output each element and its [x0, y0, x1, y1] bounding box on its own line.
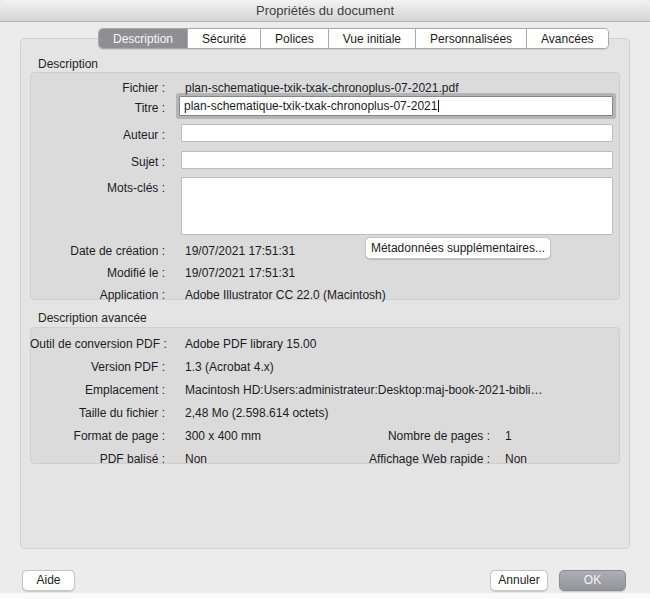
- keywords-textarea[interactable]: [181, 177, 613, 235]
- application-label: Application :: [30, 287, 175, 303]
- window-bottom-edge: [0, 593, 650, 599]
- advanced-section-label: Description avancée: [38, 311, 147, 325]
- tab-securite[interactable]: Sécurité: [188, 29, 261, 48]
- modified-date-value: 19/07/2021 17:51:31: [185, 265, 295, 281]
- tab-avancees[interactable]: Avancées: [527, 29, 607, 48]
- page-size-value: 300 x 400 mm: [185, 428, 261, 444]
- tab-description[interactable]: Description: [99, 29, 188, 48]
- file-value: plan-schematique-txik-txak-chronoplus-07…: [185, 80, 458, 96]
- title-bar: Propriétés du document: [0, 0, 650, 22]
- ok-button[interactable]: OK: [559, 570, 626, 591]
- subject-field-label: Sujet :: [30, 154, 175, 170]
- page-count-label: Nombre de pages :: [330, 428, 490, 444]
- author-input[interactable]: [181, 124, 613, 142]
- fast-web-view-value: Non: [505, 451, 527, 467]
- tab-personnalisees[interactable]: Personnalisées: [416, 29, 527, 48]
- fast-web-view-label: Affichage Web rapide :: [330, 451, 490, 467]
- description-section-label: Description: [38, 57, 98, 71]
- help-button[interactable]: Aide: [22, 570, 75, 591]
- application-value: Adobe Illustrator CC 22.0 (Macintosh): [185, 287, 386, 303]
- modified-date-label: Modifié le :: [30, 265, 175, 281]
- title-field-label: Titre :: [30, 100, 175, 116]
- title-input[interactable]: plan-schematique-txik-txak-chronoplus-07…: [179, 96, 613, 116]
- author-field-label: Auteur :: [30, 127, 175, 143]
- text-caret: [438, 100, 439, 112]
- subject-input[interactable]: [181, 151, 613, 169]
- tab-polices[interactable]: Polices: [261, 29, 329, 48]
- tab-vue-initiale[interactable]: Vue initiale: [329, 29, 416, 48]
- creation-date-value: 19/07/2021 17:51:31: [185, 243, 295, 259]
- pdf-version-value: 1.3 (Acrobat 4.x): [185, 359, 274, 375]
- pdf-producer-value: Adobe PDF library 15.00: [185, 336, 316, 352]
- keywords-field-label: Mots-clés :: [30, 180, 175, 196]
- tagged-pdf-value: Non: [185, 451, 207, 467]
- cancel-button[interactable]: Annuler: [490, 570, 548, 591]
- file-label: Fichier :: [30, 80, 175, 96]
- tagged-pdf-label: PDF balisé :: [30, 451, 175, 467]
- creation-date-label: Date de création :: [30, 243, 175, 259]
- pdf-version-label: Version PDF :: [30, 359, 175, 375]
- location-label: Emplacement :: [30, 382, 175, 398]
- pdf-producer-label: Outil de conversion PDF :: [30, 336, 175, 352]
- tab-bar: Description Sécurité Polices Vue initial…: [98, 28, 609, 49]
- document-properties-dialog: Propriétés du document Description Sécur…: [0, 0, 650, 599]
- page-size-label: Format de page :: [30, 428, 175, 444]
- file-size-value: 2,48 Mo (2.598.614 octets): [185, 405, 328, 421]
- dialog-title: Propriétés du document: [256, 3, 394, 18]
- page-count-value: 1: [505, 428, 512, 444]
- title-input-text: plan-schematique-txik-txak-chronoplus-07…: [184, 99, 437, 113]
- additional-metadata-button[interactable]: Métadonnées supplémentaires...: [365, 237, 551, 259]
- file-size-label: Taille du fichier :: [30, 405, 175, 421]
- location-value: Macintosh HD:Users:administrateur:Deskto…: [185, 382, 542, 398]
